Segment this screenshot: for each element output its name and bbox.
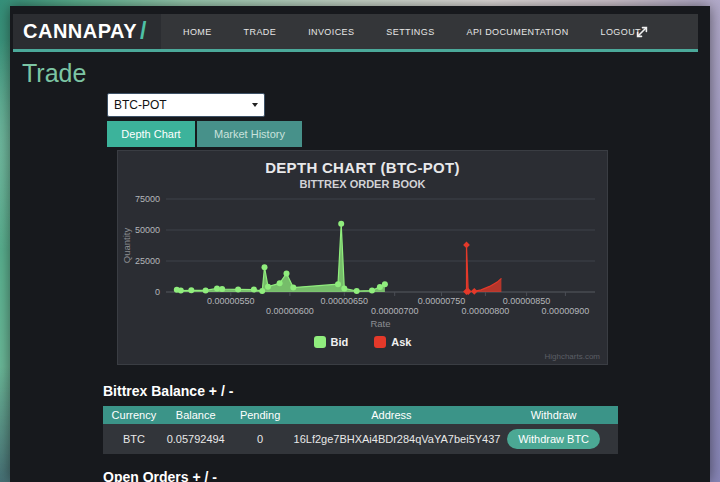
brand-logo[interactable]: CANNAPAY /	[13, 14, 161, 49]
col-header-balance: Balance	[165, 409, 227, 421]
cell-pending: 0	[227, 433, 294, 445]
chart-tabs: Depth Chart Market History	[107, 121, 710, 147]
col-header-pending: Pending	[227, 409, 294, 421]
svg-text:0.00000850: 0.00000850	[503, 296, 551, 306]
brand-text: CANNAPAY	[23, 20, 137, 43]
balance-table-header: Currency Balance Pending Address Withdra…	[103, 406, 618, 424]
col-header-address: Address	[294, 409, 490, 421]
app-window: CANNAPAY / HOME TRADE INVOICES SETTINGS …	[10, 6, 710, 482]
legend-label-bid: Bid	[331, 336, 349, 348]
depth-chart-plot: 02500050000750000.000005500.000006000.00…	[118, 192, 607, 334]
svg-text:75000: 75000	[135, 194, 160, 204]
svg-text:0.00000650: 0.00000650	[321, 296, 369, 306]
legend-item-ask[interactable]: Ask	[374, 336, 411, 348]
table-row: BTC 0.05792494 0 16Lf2ge7BHXAi4BDr284qVa…	[103, 424, 618, 454]
market-select-wrap: BTC-POT	[107, 93, 265, 117]
svg-text:0.00000600: 0.00000600	[266, 306, 314, 316]
svg-text:0: 0	[155, 287, 160, 297]
withdraw-btc-button[interactable]: Withdraw BTC	[507, 429, 600, 449]
chart-credit: Highcharts.com	[544, 352, 600, 361]
ask-swatch-icon	[374, 336, 386, 348]
bid-swatch-icon	[314, 336, 326, 348]
chart-subtitle: BITTREX ORDER BOOK	[118, 178, 607, 190]
svg-text:0.00000700: 0.00000700	[371, 306, 419, 316]
market-pair-select[interactable]: BTC-POT	[107, 93, 265, 117]
expand-button[interactable]	[632, 23, 652, 43]
cell-currency: BTC	[103, 433, 165, 445]
svg-text:50000: 50000	[135, 225, 160, 235]
legend-label-ask: Ask	[391, 336, 411, 348]
tab-depth-chart[interactable]: Depth Chart	[107, 121, 195, 147]
brand-slash: /	[140, 18, 146, 45]
tab-market-history[interactable]: Market History	[197, 121, 302, 147]
svg-text:Quantity: Quantity	[121, 228, 132, 264]
svg-text:0.00000800: 0.00000800	[462, 306, 510, 316]
legend-item-bid[interactable]: Bid	[314, 336, 349, 348]
nav-item-api-documentation[interactable]: API DOCUMENTATION	[451, 27, 585, 37]
nav-item-home[interactable]: HOME	[167, 27, 228, 37]
top-navbar: CANNAPAY / HOME TRADE INVOICES SETTINGS …	[13, 14, 698, 52]
svg-text:0.00000900: 0.00000900	[542, 306, 590, 316]
expand-arrows-icon	[633, 23, 651, 41]
nav-item-trade[interactable]: TRADE	[228, 27, 293, 37]
col-header-withdraw: Withdraw	[489, 409, 618, 421]
nav-item-settings[interactable]: SETTINGS	[370, 27, 450, 37]
nav-menu: HOME TRADE INVOICES SETTINGS API DOCUMEN…	[167, 14, 657, 49]
balance-section-heading: Bittrex Balance + / -	[103, 383, 710, 399]
page-title: Trade	[22, 59, 710, 88]
balance-table: Currency Balance Pending Address Withdra…	[103, 406, 618, 454]
svg-text:0.00000550: 0.00000550	[207, 296, 255, 306]
svg-text:Rate: Rate	[370, 318, 390, 329]
cell-balance: 0.05792494	[165, 433, 227, 445]
nav-item-invoices[interactable]: INVOICES	[292, 27, 370, 37]
svg-text:25000: 25000	[135, 256, 160, 266]
chart-title: DEPTH CHART (BTC-POT)	[118, 159, 607, 176]
cell-withdraw: Withdraw BTC	[489, 429, 618, 449]
depth-chart-container: DEPTH CHART (BTC-POT) BITTREX ORDER BOOK…	[117, 150, 608, 365]
svg-text:0.00000750: 0.00000750	[418, 296, 466, 306]
chart-legend: Bid Ask	[118, 336, 607, 348]
col-header-currency: Currency	[103, 409, 165, 421]
orders-section-heading: Open Orders + / -	[103, 469, 710, 482]
cell-address: 16Lf2ge7BHXAi4BDr284qVaYA7bei5Y437	[294, 433, 490, 445]
